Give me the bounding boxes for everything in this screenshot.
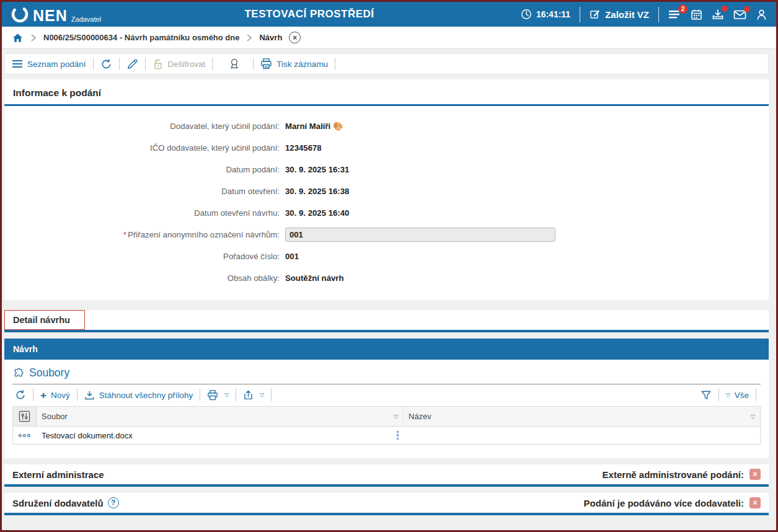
divider bbox=[145, 58, 146, 70]
edit-icon bbox=[590, 9, 601, 20]
messages-notification-dot bbox=[744, 6, 750, 12]
seznam-podani-button[interactable]: Seznam podání bbox=[10, 60, 89, 69]
info-section: Informace k podání Dodavatel, který učin… bbox=[4, 79, 769, 300]
filter-all-dropdown[interactable]: ▽ Vše bbox=[723, 391, 751, 400]
divider bbox=[236, 389, 236, 401]
new-file-button[interactable]: + Nový bbox=[38, 390, 73, 401]
close-record-icon[interactable]: × bbox=[289, 32, 301, 43]
field-label: *Přiřazení anonymního označení návrhům: bbox=[4, 230, 280, 239]
external-admin-title: Externí administrace bbox=[12, 469, 104, 480]
divider bbox=[718, 389, 719, 401]
form-row-datum-podani: Datum podání: 30. 9. 2025 16:31 bbox=[4, 159, 769, 180]
caret-down-icon[interactable]: ▽ bbox=[751, 414, 755, 420]
field-value: 30. 9. 2025 16:38 bbox=[285, 187, 349, 196]
files-refresh-button[interactable] bbox=[12, 389, 29, 401]
calendar-button[interactable] bbox=[691, 9, 702, 20]
field-value: Soutěžní návrh bbox=[285, 273, 344, 283]
seznam-podani-label: Seznam podání bbox=[27, 60, 86, 69]
column-resize-handle[interactable] bbox=[397, 431, 399, 440]
field-label: Pořadové číslo: bbox=[4, 252, 280, 261]
detail-tabstrip: Detail návrhu bbox=[4, 310, 769, 332]
edit-button[interactable] bbox=[124, 58, 141, 70]
field-label: Datum podání: bbox=[4, 165, 280, 174]
table-row[interactable]: ooo Testovací dokument.docx bbox=[13, 427, 760, 445]
field-value: Marní Malíři 🎨 bbox=[285, 122, 343, 131]
form-row-ico: IČO dodavatele, který učinil podání: 123… bbox=[4, 137, 769, 159]
share-icon bbox=[243, 389, 254, 401]
app-header: NEN Zadavatel TESTOVACÍ PROSTŘEDÍ 16:41:… bbox=[2, 2, 776, 27]
downloads-notification-dot bbox=[722, 6, 728, 12]
divider bbox=[658, 7, 659, 22]
file-name-cell[interactable]: Testovací dokument.docx bbox=[42, 431, 133, 440]
files-table: Soubor ▽ Název ▽ ooo Testovací dokument.… bbox=[12, 406, 761, 445]
files-section: Soubory + Nový Stáhnout všechny přílohy bbox=[4, 360, 769, 458]
award-button[interactable] bbox=[226, 58, 243, 70]
record-toolbar: Seznam podání Dešifrovat bbox=[4, 53, 769, 74]
info-section-title: Informace k podání bbox=[4, 79, 769, 104]
column-header-soubor[interactable]: Soubor ▽ bbox=[37, 407, 404, 426]
suppliers-group-title: Sdružení dodavatelů bbox=[12, 498, 104, 508]
flag-no-icon[interactable]: × bbox=[749, 497, 761, 508]
divider bbox=[335, 58, 335, 70]
pencil-icon bbox=[126, 58, 138, 70]
divider bbox=[77, 389, 77, 401]
field-label: Obsah obálky: bbox=[4, 273, 280, 283]
navrh-section-header: Návrh bbox=[4, 339, 769, 360]
clock-time: 16:41:11 bbox=[536, 9, 570, 19]
external-admin-section: Externí administrace Externě administrov… bbox=[4, 464, 769, 487]
print-record-button[interactable]: Tisk záznamu bbox=[258, 58, 330, 69]
print-files-button[interactable]: ▽ bbox=[205, 390, 231, 401]
field-label: Datum otevření: bbox=[4, 187, 280, 196]
breadcrumb-current: Návrh bbox=[259, 33, 282, 42]
suppliers-group-flag-label: Podání je podáváno více dodavateli: bbox=[584, 498, 744, 508]
chevron-right-icon bbox=[246, 33, 252, 42]
form-row-poradove-cislo: Pořadové číslo: 001 bbox=[4, 246, 769, 267]
form-row-obsah-obalky: Obsah obálky: Soutěžní návrh bbox=[4, 267, 769, 289]
messages-button[interactable] bbox=[733, 9, 746, 20]
field-label: IČO dodavatele, který učinil podání: bbox=[4, 143, 280, 153]
table-settings-button[interactable] bbox=[13, 407, 37, 426]
refresh-icon bbox=[15, 389, 26, 401]
help-icon[interactable]: ? bbox=[108, 497, 119, 508]
files-title: Soubory bbox=[29, 366, 69, 379]
download-icon bbox=[84, 390, 95, 401]
field-value: 30. 9. 2025 16:31 bbox=[285, 165, 349, 174]
form-row-anonymous-designation: *Přiřazení anonymního označení návrhům: bbox=[4, 224, 769, 246]
home-icon[interactable] bbox=[12, 32, 24, 43]
printer-icon bbox=[207, 390, 218, 401]
calendar-icon bbox=[691, 9, 702, 20]
download-all-button[interactable]: Stáhnout všechny přílohy bbox=[82, 390, 196, 401]
caret-down-icon: ▽ bbox=[726, 392, 730, 398]
create-vz-button[interactable]: Založit VZ bbox=[590, 9, 649, 20]
tab-detail-navrhu[interactable]: Detail návrhu bbox=[4, 310, 85, 330]
award-ribbon-icon bbox=[228, 58, 241, 70]
export-files-button[interactable]: ▽ bbox=[241, 389, 267, 401]
refresh-button[interactable] bbox=[98, 58, 115, 70]
decrypt-button[interactable]: Dešifrovat bbox=[150, 58, 208, 70]
breadcrumb-contract[interactable]: N006/25/S00000634 - Návrh památníku osmé… bbox=[43, 33, 239, 42]
row-actions-icon[interactable]: ooo bbox=[13, 432, 37, 438]
downloads-button[interactable] bbox=[712, 9, 724, 20]
field-value: 001 bbox=[285, 252, 299, 261]
new-file-label: Nový bbox=[51, 391, 70, 400]
nen-logo[interactable]: NEN Zadavatel bbox=[11, 5, 101, 24]
column-header-nazev[interactable]: Název ▽ bbox=[404, 407, 760, 426]
filter-button[interactable] bbox=[698, 390, 714, 401]
print-record-label: Tisk záznamu bbox=[276, 60, 328, 69]
files-toolbar: + Nový Stáhnout všechny přílohy ▽ bbox=[4, 384, 769, 405]
divider bbox=[756, 389, 756, 401]
user-icon bbox=[756, 9, 767, 20]
profile-button[interactable] bbox=[756, 9, 767, 20]
server-clock: 16:41:11 bbox=[521, 9, 570, 20]
divider bbox=[33, 389, 33, 401]
flag-no-icon[interactable]: × bbox=[749, 469, 761, 480]
anonymous-designation-input[interactable] bbox=[285, 228, 555, 242]
form-row-datum-otevreni-navrhu: Datum otevření návrhu: 30. 9. 2025 16:40 bbox=[4, 202, 769, 224]
tasks-menu-button[interactable]: 2 bbox=[668, 9, 681, 20]
brand-text: NEN bbox=[33, 8, 68, 24]
funnel-icon bbox=[701, 390, 712, 401]
caret-down-icon: ▽ bbox=[224, 392, 229, 398]
caret-down-icon[interactable]: ▽ bbox=[394, 414, 398, 420]
field-label: Datum otevření návrhu: bbox=[4, 208, 280, 218]
suppliers-group-section: Sdružení dodavatelů ? Podání je podáváno… bbox=[4, 493, 769, 515]
